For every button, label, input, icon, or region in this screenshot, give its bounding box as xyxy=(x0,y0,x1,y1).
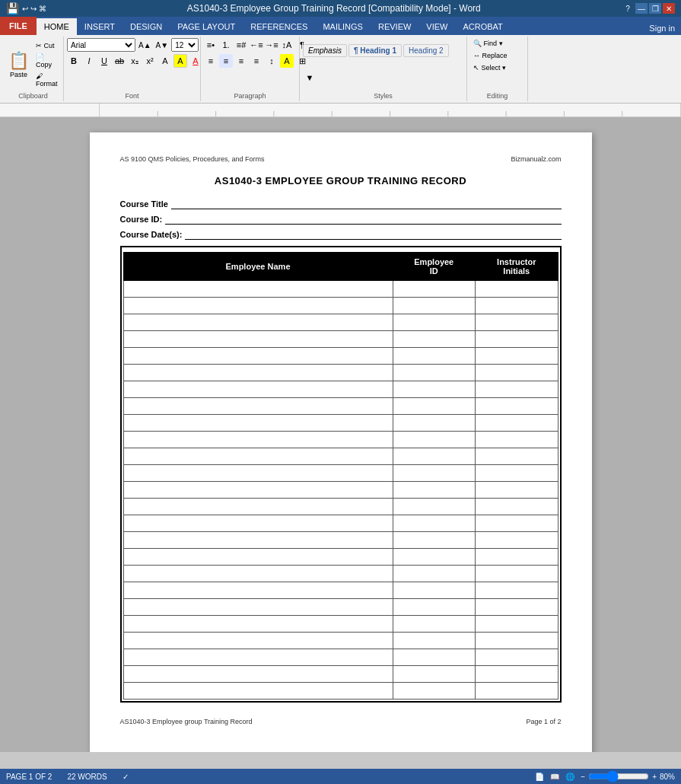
employee-name-cell[interactable] xyxy=(123,649,393,666)
tab-mailings[interactable]: MAILINGS xyxy=(315,18,371,35)
employee-id-cell[interactable] xyxy=(393,599,475,616)
copy-button[interactable]: 📄 Copy xyxy=(33,52,61,70)
employee-id-cell[interactable] xyxy=(393,465,475,482)
instructor-initials-cell[interactable] xyxy=(476,298,558,314)
employee-id-cell[interactable] xyxy=(393,532,475,549)
zoom-in-button[interactable]: + xyxy=(652,773,657,781)
help-button[interactable]: ? xyxy=(622,3,634,14)
table-row[interactable] xyxy=(123,381,558,398)
employee-name-cell[interactable] xyxy=(123,499,393,515)
highlight-button[interactable]: A xyxy=(173,54,187,68)
superscript-button[interactable]: x² xyxy=(143,54,157,68)
instructor-initials-cell[interactable] xyxy=(476,398,558,415)
table-row[interactable] xyxy=(123,281,558,298)
instructor-initials-cell[interactable] xyxy=(476,448,558,465)
employee-id-cell[interactable] xyxy=(393,398,475,415)
employee-name-cell[interactable] xyxy=(123,515,393,532)
instructor-initials-cell[interactable] xyxy=(476,599,558,616)
clear-format-button[interactable]: A xyxy=(158,54,172,68)
employee-id-cell[interactable] xyxy=(393,683,475,700)
employee-id-cell[interactable] xyxy=(393,365,475,381)
course-date-input[interactable] xyxy=(185,229,561,240)
style-heading1[interactable]: ¶ Heading 1 xyxy=(348,44,402,57)
shrink-font-button[interactable]: A▼ xyxy=(154,41,170,49)
employee-name-cell[interactable] xyxy=(123,532,393,549)
view-print-layout[interactable]: 📄 xyxy=(535,773,544,781)
employee-name-cell[interactable] xyxy=(123,281,393,298)
instructor-initials-cell[interactable] xyxy=(476,649,558,666)
course-id-input[interactable] xyxy=(165,214,561,225)
table-row[interactable] xyxy=(123,432,558,448)
employee-name-cell[interactable] xyxy=(123,381,393,398)
line-spacing-button[interactable]: ↕ xyxy=(265,54,278,68)
table-row[interactable] xyxy=(123,549,558,566)
instructor-initials-cell[interactable] xyxy=(476,482,558,499)
view-reading[interactable]: 📖 xyxy=(550,773,559,781)
table-row[interactable] xyxy=(123,666,558,683)
decrease-indent-button[interactable]: ←≡ xyxy=(250,38,263,52)
instructor-initials-cell[interactable] xyxy=(476,465,558,482)
zoom-slider[interactable] xyxy=(588,770,649,782)
styles-scroll-down[interactable]: ▼ xyxy=(303,71,317,84)
table-row[interactable] xyxy=(123,582,558,599)
tab-insert[interactable]: INSERT xyxy=(77,18,123,35)
tab-file[interactable]: FILE xyxy=(0,17,37,35)
table-row[interactable] xyxy=(123,415,558,432)
paste-button[interactable]: 📋 Paste xyxy=(6,45,31,84)
bold-button[interactable]: B xyxy=(67,54,81,68)
italic-button[interactable]: I xyxy=(82,54,96,68)
subscript-button[interactable]: x₂ xyxy=(128,54,142,68)
course-title-input[interactable] xyxy=(171,199,562,209)
employee-name-cell[interactable] xyxy=(123,331,393,348)
instructor-initials-cell[interactable] xyxy=(476,566,558,582)
employee-id-cell[interactable] xyxy=(393,314,475,331)
restore-button[interactable]: ❐ xyxy=(649,3,661,14)
instructor-initials-cell[interactable] xyxy=(476,331,558,348)
employee-id-cell[interactable] xyxy=(393,582,475,599)
instructor-initials-cell[interactable] xyxy=(476,582,558,599)
employee-name-cell[interactable] xyxy=(123,415,393,432)
employee-id-cell[interactable] xyxy=(393,298,475,314)
table-row[interactable] xyxy=(123,683,558,700)
employee-id-cell[interactable] xyxy=(393,616,475,633)
employee-id-cell[interactable] xyxy=(393,281,475,298)
instructor-initials-cell[interactable] xyxy=(476,499,558,515)
align-center-button[interactable]: ≡ xyxy=(219,54,233,68)
cut-button[interactable]: ✂ Cut xyxy=(33,40,61,51)
multilevel-button[interactable]: ≡# xyxy=(234,38,248,52)
instructor-initials-cell[interactable] xyxy=(476,348,558,365)
table-row[interactable] xyxy=(123,331,558,348)
employee-name-cell[interactable] xyxy=(123,633,393,649)
table-row[interactable] xyxy=(123,448,558,465)
employee-name-cell[interactable] xyxy=(123,582,393,599)
tab-home[interactable]: HOME xyxy=(37,18,77,35)
employee-name-cell[interactable] xyxy=(123,298,393,314)
instructor-initials-cell[interactable] xyxy=(476,314,558,331)
employee-id-cell[interactable] xyxy=(393,566,475,582)
grow-font-button[interactable]: A▲ xyxy=(137,41,153,49)
instructor-initials-cell[interactable] xyxy=(476,616,558,633)
table-row[interactable] xyxy=(123,465,558,482)
table-row[interactable] xyxy=(123,365,558,381)
style-heading2[interactable]: Heading 2 xyxy=(403,44,449,57)
proofing-icon[interactable]: ✓ xyxy=(123,773,129,781)
sort-button[interactable]: ↕A xyxy=(280,38,294,52)
table-row[interactable] xyxy=(123,515,558,532)
tab-page-layout[interactable]: PAGE LAYOUT xyxy=(170,18,243,35)
select-button[interactable]: ↖ Select ▾ xyxy=(470,62,509,73)
employee-name-cell[interactable] xyxy=(123,448,393,465)
employee-id-cell[interactable] xyxy=(393,381,475,398)
instructor-initials-cell[interactable] xyxy=(476,666,558,683)
employee-id-cell[interactable] xyxy=(393,633,475,649)
employee-name-cell[interactable] xyxy=(123,398,393,415)
instructor-initials-cell[interactable] xyxy=(476,415,558,432)
employee-name-cell[interactable] xyxy=(123,348,393,365)
employee-id-cell[interactable] xyxy=(393,515,475,532)
style-emphasis[interactable]: Emphasis xyxy=(303,44,347,57)
employee-name-cell[interactable] xyxy=(123,666,393,683)
tab-design[interactable]: DESIGN xyxy=(123,18,170,35)
table-row[interactable] xyxy=(123,649,558,666)
table-row[interactable] xyxy=(123,499,558,515)
table-row[interactable] xyxy=(123,398,558,415)
find-button[interactable]: 🔍 Find ▾ xyxy=(470,38,506,49)
